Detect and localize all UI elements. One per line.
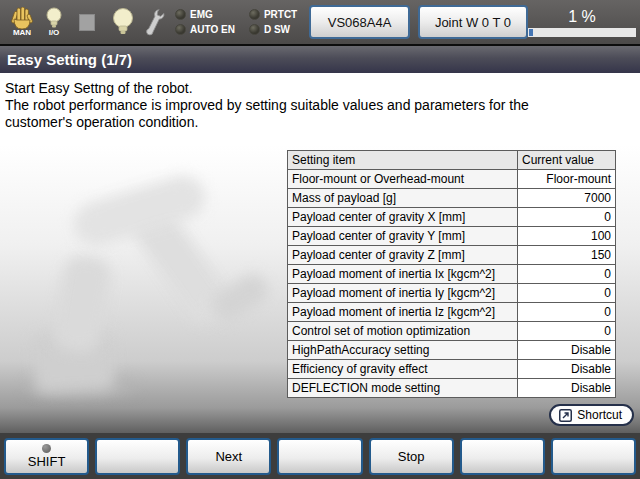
speed-progress-bar [528,28,636,37]
current-value-cell: 150 [518,246,616,265]
shortcut-button-label: Shortcut [577,408,622,422]
setting-item-cell: Mass of payload [g] [288,189,518,208]
current-value-cell: 100 [518,227,616,246]
current-value-cell: Floor-mount [518,170,616,189]
current-value-cell: Disable [518,360,616,379]
status-led-panel: EMG AUTO EN PRTCT D SW [175,9,297,35]
table-row[interactable]: Payload center of gravity Y [mm] 100 [288,227,616,246]
setting-item-cell: Payload moment of inertia Iy [kgcm^2] [288,284,518,303]
current-value-cell: 0 [518,284,616,303]
led-emg: EMG [175,9,235,20]
top-status-bar: MAN I/O EMG [0,0,640,46]
function-key-2[interactable] [95,438,180,475]
table-row[interactable]: Mass of payload [g] 7000 [288,189,616,208]
function-key-shift[interactable]: SHIFT [4,438,89,475]
column-header-setting-item: Setting item [288,151,518,170]
function-key-6[interactable] [460,438,545,475]
page-title: Easy Setting (1/7) [0,46,640,73]
table-row[interactable]: Payload center of gravity X [mm] 0 [288,208,616,227]
shortcut-icon [559,409,572,422]
function-key-label: Next [215,449,242,464]
intro-line-3: customer's operation condition. [5,114,529,131]
setting-item-cell: Payload moment of inertia Iz [kgcm^2] [288,303,518,322]
setting-item-cell: Payload center of gravity Y [mm] [288,227,518,246]
table-row[interactable]: Payload moment of inertia Iz [kgcm^2] 0 [288,303,616,322]
speed-progress-fill [529,29,533,36]
auto-en-led-icon [175,24,186,35]
intro-text: Start Easy Settng of the robot. The robo… [5,80,529,131]
auto-en-led-label: AUTO EN [190,24,235,35]
column-header-current-value: Current value [518,151,616,170]
io-lamp-indicator: I/O [45,7,63,37]
setting-item-cell: Payload center of gravity X [mm] [288,208,518,227]
teach-pendant-screen: MAN I/O EMG [0,0,640,479]
main-content: Start Easy Settng of the robot. The robo… [0,73,640,433]
table-row[interactable]: Control set of motion optimization 0 [288,322,616,341]
setting-item-cell: Payload center of gravity Z [mm] [288,246,518,265]
io-lamp-label: I/O [49,28,60,37]
function-key-stop[interactable]: Stop [369,438,454,475]
prtct-led-label: PRTCT [264,9,297,20]
table-row[interactable]: Payload center of gravity Z [mm] 150 [288,246,616,265]
manual-mode-label: MAN [13,28,31,37]
current-value-cell: 0 [518,265,616,284]
shift-led-icon [42,444,51,453]
setting-item-cell: Floor-mount or Overhead-mount [288,170,518,189]
robot-arm-image [6,145,284,407]
emg-led-icon [175,9,186,20]
d-sw-led-label: D SW [264,24,290,35]
setting-item-cell: Efficiency of gravity effect [288,360,518,379]
table-row[interactable]: Floor-mount or Overhead-mount Floor-moun… [288,170,616,189]
table-row[interactable]: Payload moment of inertia Iy [kgcm^2] 0 [288,284,616,303]
table-row[interactable]: HighPathAccuracy setting Disable [288,341,616,360]
wrench-icon [144,7,165,37]
current-value-cell: 7000 [518,189,616,208]
function-key-label: Stop [398,449,425,464]
setting-item-cell: DEFLECTION mode setting [288,379,518,398]
table-row[interactable]: Payload moment of inertia Ix [kgcm^2] 0 [288,265,616,284]
robot-model-button[interactable]: VS068A4A [309,5,410,39]
setting-item-cell: HighPathAccuracy setting [288,341,518,360]
current-value-cell: 0 [518,303,616,322]
setting-item-cell: Payload moment of inertia Ix [kgcm^2] [288,265,518,284]
function-key-next[interactable]: Next [186,438,271,475]
table-header-row: Setting item Current value [288,151,616,170]
current-value-cell: 0 [518,322,616,341]
lamp-indicator [111,7,135,37]
function-key-7[interactable] [551,438,636,475]
table-row[interactable]: DEFLECTION mode setting Disable [288,379,616,398]
current-value-cell: Disable [518,379,616,398]
manual-mode-indicator: MAN [9,7,35,37]
joint-mode-button[interactable]: Joint W 0 T 0 [418,5,528,39]
settings-table: Setting item Current value Floor-mount o… [287,150,616,398]
d-sw-led-icon [249,24,260,35]
prtct-led-icon [249,9,260,20]
speed-value: 1 % [568,8,596,26]
intro-line-2: The robot performance is improved by set… [5,97,529,114]
bulb-icon [111,7,135,37]
current-value-cell: 0 [518,208,616,227]
function-key-bar: SHIFT Next Stop [0,433,640,479]
square-indicator-icon [79,14,95,31]
led-auto-en: AUTO EN [175,24,235,35]
current-value-cell: Disable [518,341,616,360]
speed-indicator: 1 % [528,8,636,37]
table-row[interactable]: Efficiency of gravity effect Disable [288,360,616,379]
led-prtct: PRTCT [249,9,297,20]
setting-item-cell: Control set of motion optimization [288,322,518,341]
function-key-4[interactable] [277,438,362,475]
function-key-label: SHIFT [28,454,66,469]
led-d-sw: D SW [249,24,297,35]
emg-led-label: EMG [190,9,213,20]
intro-line-1: Start Easy Settng of the robot. [5,80,529,97]
shortcut-button[interactable]: Shortcut [549,404,634,426]
